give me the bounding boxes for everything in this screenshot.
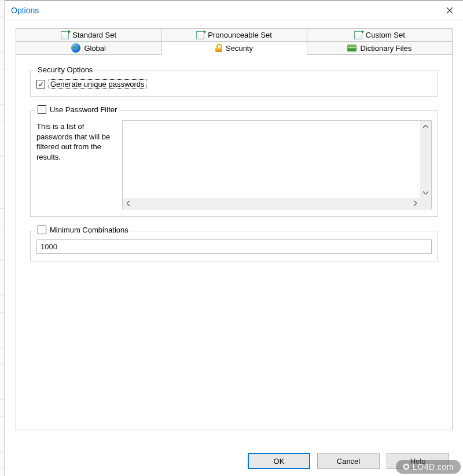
scroll-down-button[interactable] [420,187,431,198]
doc-icon [196,31,204,39]
group-security-options: Security Options ✓ Generate unique passw… [30,71,438,97]
checkbox-generate-unique[interactable]: ✓ [36,80,45,88]
label-generate-unique: Generate unique passwords [49,79,146,89]
checkbox-min-combinations[interactable] [38,226,46,234]
filter-description: This is a list of passwords that will be… [36,120,117,162]
doc-icon [354,31,362,39]
row-generate-unique[interactable]: ✓ Generate unique passwords [36,79,432,89]
tab-global[interactable]: Global [16,41,161,55]
chevron-left-icon [127,201,130,206]
ok-button[interactable]: OK [248,453,310,469]
close-button[interactable] [436,1,463,20]
tab-content-security: Security Options ✓ Generate unique passw… [16,54,453,430]
tab-area: Standard Set Pronounceable Set Custom Se… [5,20,463,430]
globe-icon [71,43,80,53]
tab-standard-set[interactable]: Standard Set [16,28,161,41]
tab-pronounceable-set[interactable]: Pronounceable Set [161,28,307,41]
titlebar: Options [5,1,463,20]
watermark: ✪ LO4D.com [396,460,461,474]
close-icon [446,7,453,14]
lock-icon [215,44,222,52]
tab-label: Custom Set [366,31,405,39]
filter-textarea[interactable] [123,121,420,209]
horizontal-scrollbar[interactable] [123,198,420,209]
filter-textarea-wrap [122,120,432,209]
chevron-up-icon [423,125,428,128]
label-use-filter: Use Password Filter [50,105,117,114]
group-legend-security-options: Security Options [35,65,95,74]
group-legend-filter: Use Password Filter [35,105,119,114]
group-legend-min-combinations: Minimum Combinations [35,226,131,234]
group-min-combinations: Minimum Combinations [30,231,438,261]
cancel-button[interactable]: Cancel [317,453,380,469]
doc-icon [61,31,69,39]
vertical-scrollbar[interactable] [420,121,431,198]
tabs: Standard Set Pronounceable Set Custom Se… [16,28,453,55]
tab-label: Global [84,44,106,53]
tab-label: Dictionary Files [360,44,411,53]
tab-dictionary-files[interactable]: Dictionary Files [307,41,453,55]
chevron-right-icon [413,201,417,206]
input-min-combinations[interactable] [36,239,432,254]
tab-row-top: Standard Set Pronounceable Set Custom Se… [16,28,453,41]
tab-row-bottom: Global Security Dictionary Files [16,41,453,55]
group-password-filter: Use Password Filter This is a list of pa… [30,110,438,217]
chevron-down-icon [423,191,428,194]
tab-label: Security [226,44,253,53]
tab-label: Standard Set [72,31,116,39]
tab-label: Pronounceable Set [208,31,272,39]
checkbox-use-filter[interactable] [38,105,46,114]
options-window: Options Standard Set Pronounceable Set C… [5,0,463,476]
scroll-left-button[interactable] [123,198,134,209]
window-title: Options [11,6,39,15]
book-icon [347,45,357,51]
label-min-combinations: Minimum Combinations [50,226,128,234]
tab-security[interactable]: Security [161,41,307,55]
scroll-corner [420,198,431,209]
scroll-up-button[interactable] [420,121,431,132]
tab-custom-set[interactable]: Custom Set [307,28,453,41]
scroll-right-button[interactable] [409,198,420,209]
